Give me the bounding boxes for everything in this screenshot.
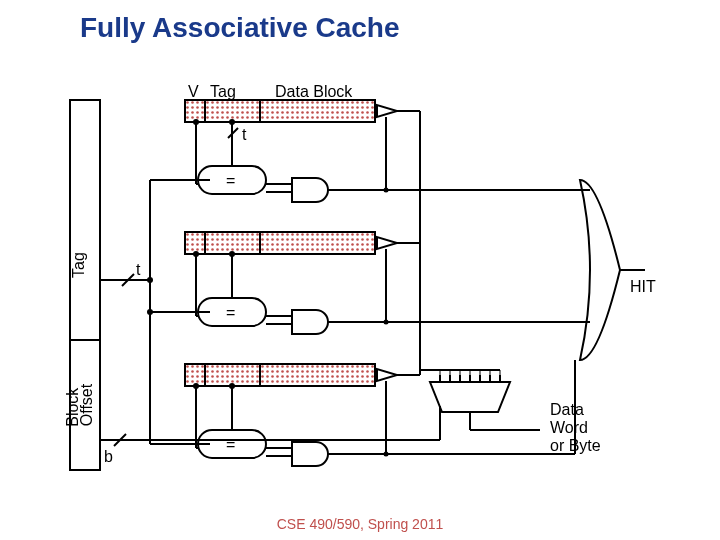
or-gate [580, 180, 620, 360]
svg-rect-4 [185, 100, 375, 122]
label-t2: t [136, 261, 141, 278]
label-dataword: Data Word or Byte [550, 401, 601, 454]
word-mux [430, 375, 510, 412]
svg-rect-20 [185, 232, 375, 254]
equals-icon: = [226, 436, 235, 453]
entry-row: = [185, 364, 575, 466]
diagram: V Tag Data Block t = = [60, 70, 680, 500]
label-v: V [188, 83, 199, 100]
label-data: Data Block [275, 83, 353, 100]
label-b: b [104, 448, 113, 465]
page-title: Fully Associative Cache [80, 12, 400, 44]
and-gate [292, 178, 328, 202]
label-tag: Tag [210, 83, 236, 100]
tristate-buffer [377, 105, 397, 117]
entry-row: = [185, 232, 580, 334]
svg-rect-34 [185, 364, 375, 386]
footer-text: CSE 490/590, Spring 2011 [0, 516, 720, 532]
equals-icon: = [226, 172, 235, 189]
equals-icon: = [226, 304, 235, 321]
svg-point-83 [147, 277, 153, 283]
svg-point-84 [147, 309, 153, 315]
label-hit: HIT [630, 278, 656, 295]
sidebar-label-tag: Tag [70, 252, 87, 278]
sidebar-label-block-offset: Block Offset [64, 383, 95, 427]
label-t: t [242, 126, 247, 143]
